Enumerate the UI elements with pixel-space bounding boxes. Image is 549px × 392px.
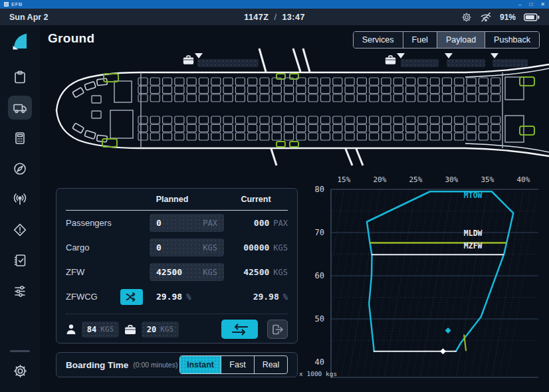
zfw-current-value: 42500KGS <box>224 267 288 277</box>
seat <box>284 133 294 140</box>
seat <box>393 86 403 94</box>
seat <box>138 125 148 132</box>
seat <box>308 94 318 102</box>
y-tick: 40 <box>315 357 324 367</box>
sidebar-item-ground-services[interactable] <box>8 96 32 120</box>
label-mzfw: MZFW <box>464 241 483 250</box>
sidebar-item-compass[interactable] <box>8 157 32 181</box>
seat <box>199 133 209 140</box>
boarding-option-instant[interactable]: Instant <box>180 356 221 373</box>
seat <box>345 86 354 94</box>
seat <box>272 94 281 102</box>
seat <box>260 125 269 132</box>
sidebar-item-settings[interactable] <box>8 359 32 383</box>
seat <box>357 116 366 124</box>
seat <box>418 125 427 132</box>
passengers-planned-input[interactable]: 0PAX <box>150 214 224 232</box>
seat <box>211 125 221 132</box>
tab-fuel[interactable]: Fuel <box>403 32 437 48</box>
boarding-option-real[interactable]: Real <box>254 356 287 373</box>
sidebar-item-sliders[interactable] <box>8 279 32 303</box>
boarding-time-options: InstantFastReal <box>179 355 288 374</box>
sidebar-item-antenna[interactable] <box>8 187 32 211</box>
tab-pushback[interactable]: Pushback <box>485 32 539 48</box>
seat <box>199 86 209 94</box>
cargo-hold-input-aft-1[interactable] <box>401 59 439 67</box>
wifi-off-icon[interactable] <box>480 12 492 22</box>
tab-payload[interactable]: Payload <box>437 32 485 48</box>
settings-gear-icon[interactable] <box>461 12 472 23</box>
os-titlebar: EFB – □ ✕ <box>0 0 549 9</box>
y-tick: 50 <box>315 314 324 324</box>
seat <box>443 78 452 85</box>
sidebar-item-checklist[interactable] <box>8 248 32 272</box>
zfw-planned-input[interactable]: 42500KGS <box>150 263 224 281</box>
row-label: ZFWCG <box>66 292 120 302</box>
seat <box>406 116 415 124</box>
seat <box>211 133 221 140</box>
seat <box>284 116 294 124</box>
seat <box>211 94 221 102</box>
seat <box>150 78 160 85</box>
seat <box>382 133 391 140</box>
seat <box>150 133 160 140</box>
seat <box>491 116 500 124</box>
sidebar-item-clipboard[interactable] <box>8 65 32 89</box>
hold-pointer <box>491 53 498 58</box>
boarding-option-fast[interactable]: Fast <box>221 356 254 373</box>
cargo-hold-input-aft-3[interactable] <box>493 59 528 67</box>
zfwcg-planned-value: 29.98% <box>150 292 224 302</box>
seat <box>163 86 172 94</box>
close-button[interactable]: ✕ <box>540 0 545 9</box>
seat <box>357 86 366 94</box>
antenna-icon <box>12 192 28 207</box>
seat <box>187 133 196 140</box>
cargo-hold-input-fwd[interactable] <box>197 59 259 67</box>
box-arrow-right-icon <box>272 324 284 335</box>
seat <box>272 116 281 124</box>
seat <box>370 116 379 124</box>
cargo-planned-input[interactable]: 0KGS <box>150 239 224 256</box>
seat <box>333 116 342 124</box>
bag-weight-input[interactable]: 20 KGS <box>142 322 179 338</box>
seat <box>235 86 245 94</box>
seat <box>235 125 245 132</box>
pax-weight-input[interactable]: 84 KGS <box>82 322 119 338</box>
minimize-button[interactable]: – <box>518 0 521 9</box>
seat <box>163 133 172 140</box>
sidebar-item-calculator[interactable] <box>8 126 32 150</box>
seat <box>430 116 439 124</box>
person-icon <box>66 324 76 335</box>
seat <box>333 133 342 140</box>
seat <box>211 116 221 124</box>
apply-payload-button[interactable] <box>221 320 258 339</box>
seat <box>321 78 330 85</box>
y-tick: 80 <box>315 185 324 194</box>
seat <box>150 125 160 132</box>
seat <box>491 133 500 140</box>
seat <box>357 94 366 102</box>
seat <box>443 125 452 132</box>
page-title: Ground <box>48 31 94 46</box>
export-payload-button[interactable] <box>267 320 288 339</box>
seat <box>163 116 172 124</box>
tab-services[interactable]: Services <box>354 32 403 48</box>
seat <box>479 116 488 124</box>
label-mtow: MTOW <box>464 191 483 200</box>
sidebar-divider <box>10 350 30 352</box>
seat <box>443 94 452 102</box>
randomize-zfwcg-button[interactable] <box>120 289 143 305</box>
compass-icon <box>13 161 27 176</box>
seat <box>467 78 476 85</box>
seat <box>296 94 306 102</box>
maximize-button[interactable]: □ <box>529 0 532 9</box>
seat <box>418 86 427 94</box>
seat <box>430 86 439 94</box>
seat <box>443 116 452 124</box>
cargo-hold-input-aft-2[interactable] <box>447 59 485 67</box>
sidebar-item-failures[interactable] <box>8 218 32 242</box>
seat <box>370 94 379 102</box>
seat <box>455 133 464 140</box>
seat <box>467 94 476 102</box>
seat <box>393 94 403 102</box>
